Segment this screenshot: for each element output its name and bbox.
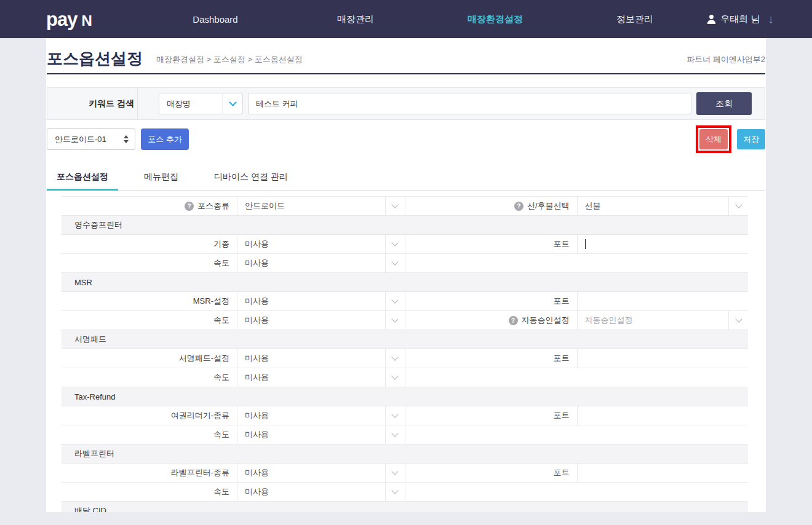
field-label-text: 서명패드-설정 [179, 353, 229, 364]
add-pos-button[interactable]: 포스 추가 [141, 128, 189, 150]
section-header: 배달 CID [62, 502, 748, 512]
spinner-arrows-icon [124, 135, 129, 143]
select-value[interactable]: 미사용 [237, 349, 385, 368]
chevron-down-icon[interactable] [385, 483, 405, 501]
select-value[interactable]: 미사용 [237, 425, 385, 444]
port-input[interactable] [577, 235, 749, 253]
row-half-left: 속도미사용 [62, 311, 405, 330]
field-label: 여권리더기-종류 [62, 406, 237, 425]
field-label: ?선/후불선택 [405, 197, 577, 215]
chevron-down-icon [222, 93, 242, 114]
query-button[interactable]: 조회 [696, 92, 752, 115]
field-label-text: 포트 [554, 467, 570, 478]
field-label-text: 선/후불선택 [527, 200, 570, 211]
row-half-right: ?자동승인설정자동승인설정 [405, 311, 749, 330]
form-row: 속도미사용?자동승인설정자동승인설정 [62, 311, 748, 330]
field-label: 라벨프린터-종류 [62, 464, 237, 482]
section-header: Tax-Refund [62, 387, 748, 406]
select-value[interactable]: 미사용 [237, 406, 385, 425]
port-input[interactable] [577, 406, 749, 425]
nav-item-정보관리[interactable]: 정보관리 [616, 14, 653, 25]
port-input[interactable] [577, 292, 749, 310]
select-value[interactable]: 미사용 [237, 292, 385, 310]
chevron-down-icon[interactable] [385, 197, 405, 215]
chevron-down-icon[interactable] [385, 349, 405, 368]
field-label-text: MSR-설정 [193, 296, 229, 307]
section-header: 라벨프린터 [62, 444, 748, 464]
field-label: ?자동승인설정 [405, 311, 577, 330]
help-icon[interactable]: ? [514, 202, 523, 211]
select-value[interactable]: 미사용 [237, 368, 385, 387]
user-name: 우태희 님 [720, 14, 760, 25]
row-half-left: 기종미사용 [62, 235, 405, 253]
row-half-left: 속도미사용 [62, 368, 405, 387]
delete-button[interactable]: 삭제 [699, 129, 728, 149]
tab-메뉴편집[interactable]: 메뉴편집 [134, 165, 188, 191]
row-half-left: 서명패드-설정미사용 [62, 349, 405, 368]
top-nav: pay N Dashboard매장관리매장환경설정정보관리 우태희 님 ↓ [0, 0, 812, 38]
field-label-text: 포스종류 [197, 200, 229, 211]
select-value[interactable]: 미사용 [237, 254, 385, 272]
form-row: 속도미사용 [62, 483, 748, 502]
text-cursor [585, 239, 586, 249]
chevron-down-icon[interactable] [385, 254, 405, 272]
row-half-right: 포트 [405, 292, 749, 310]
select-value[interactable]: 선불 [577, 197, 729, 215]
chevron-down-icon[interactable] [385, 311, 405, 330]
tab-포스옵션설정[interactable]: 포스옵션설정 [47, 165, 118, 191]
row-half-right [405, 368, 749, 387]
form-row: 기종미사용포트 [62, 235, 748, 254]
form-row: 속도미사용 [62, 368, 748, 387]
pos-select-value: 안드로이드-01 [47, 134, 124, 145]
chevron-down-icon[interactable] [385, 406, 405, 425]
field-label-text: 포트 [554, 296, 570, 307]
select-value[interactable]: 미사용 [237, 464, 385, 482]
row-half-right: 포트 [405, 349, 749, 368]
page-header: 포스옵션설정 매장환경설정 > 포스설정 > 포스옵션설정 파트너 페이엔사업부… [47, 38, 765, 74]
search-type-select[interactable]: 매장명 [159, 93, 243, 114]
chevron-down-icon[interactable]: ↓ [768, 14, 774, 25]
content-card: 포스옵션설정 매장환경설정 > 포스설정 > 포스옵션설정 파트너 페이엔사업부… [46, 38, 766, 512]
highlight-annotation: 삭제 [696, 125, 731, 153]
chevron-down-icon[interactable] [385, 292, 405, 310]
select-value[interactable]: 자동승인설정 [577, 311, 729, 330]
port-input[interactable] [577, 464, 749, 482]
nav-item-매장환경설정[interactable]: 매장환경설정 [468, 14, 523, 25]
tab-디바이스 연결 관리[interactable]: 디바이스 연결 관리 [204, 165, 298, 191]
field-label-text: 자동승인설정 [522, 315, 570, 326]
port-input[interactable] [577, 349, 749, 368]
pos-select[interactable]: 안드로이드-01 [47, 128, 135, 150]
chevron-down-icon[interactable] [385, 235, 405, 253]
user-menu[interactable]: 우태희 님 ↓ [707, 14, 774, 25]
row-half-left: 라벨프린터-종류미사용 [62, 464, 405, 482]
row-half-left: 속도미사용 [62, 425, 405, 444]
form-row: 서명패드-설정미사용포트 [62, 349, 748, 368]
field-label: 포트 [405, 292, 577, 310]
select-value[interactable]: 미사용 [237, 235, 385, 253]
save-button[interactable]: 저장 [737, 129, 765, 149]
search-input[interactable] [248, 93, 691, 114]
pos-option-table: ?포스종류안드로이드?선/후불선택선불영수증프린터기종미사용포트속도미사용MSR… [62, 196, 748, 512]
select-value[interactable]: 미사용 [237, 483, 385, 501]
field-label-text: 속도 [213, 429, 229, 440]
help-icon[interactable]: ? [185, 202, 194, 211]
field-label-text: 속도 [213, 315, 229, 326]
select-value[interactable]: 미사용 [237, 311, 385, 330]
select-value[interactable]: 안드로이드 [237, 197, 385, 215]
nav-item-Dashboard[interactable]: Dashboard [193, 14, 237, 25]
breadcrumb: 매장환경설정 > 포스설정 > 포스옵션설정 [156, 54, 303, 66]
help-icon[interactable]: ? [509, 316, 518, 325]
chevron-down-icon[interactable] [385, 464, 405, 482]
chevron-down-icon[interactable] [728, 197, 748, 215]
chevron-down-icon[interactable] [385, 368, 405, 387]
nav-item-매장관리[interactable]: 매장관리 [337, 14, 374, 25]
field-label-text: 속도 [213, 486, 229, 497]
keyword-search-label: 키워드 검색 [47, 88, 138, 119]
chevron-down-icon[interactable] [728, 311, 748, 330]
field-label-text: 속도 [213, 372, 229, 383]
field-label: MSR-설정 [62, 292, 237, 310]
form-row: 속도미사용 [62, 425, 748, 444]
chevron-down-icon[interactable] [385, 425, 405, 444]
field-label: 포트 [405, 349, 577, 368]
field-label: 포트 [405, 235, 577, 253]
